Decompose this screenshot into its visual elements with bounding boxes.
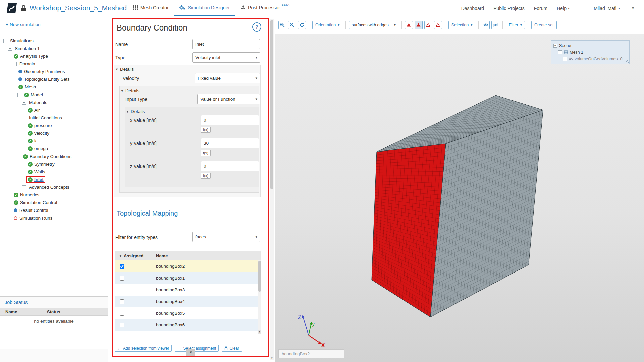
select-assignment-button[interactable]: → Select assignment [175,345,219,352]
mesh-quality-button-3[interactable] [424,21,432,29]
scene-tree-volume[interactable]: + volumeOnGeoVolumes_0 [553,56,627,62]
mesh-quality-button-1[interactable] [405,21,413,29]
tree-item-initial-conditions[interactable]: −Initial Conditions [0,114,108,122]
table-row-boundingbox1[interactable]: boundingBox1 [115,272,261,284]
user-menu[interactable]: Milad_Mafi ▾ [594,0,620,16]
collapse-icon[interactable]: − [22,101,26,105]
table-row-boundingbox2[interactable]: boundingBox2 [115,260,261,272]
tree-item-mesh[interactable]: ✓Mesh [0,83,108,91]
scrollbar-down-icon[interactable]: ▼ [270,357,274,360]
details-header-1[interactable]: ▼ Details [115,67,134,72]
assigned-checkbox[interactable] [120,264,124,269]
zoom-in-button[interactable] [278,21,286,29]
tree-item-simulation-1[interactable]: −Simulation 1 [0,45,108,52]
assigned-checkbox[interactable] [120,299,124,304]
resize-handle[interactable] [626,60,629,63]
show-button[interactable] [482,21,490,29]
details-header-2[interactable]: ▼ Details [121,88,139,93]
x-fx-button[interactable]: f(x) [201,127,211,133]
tree-item-k[interactable]: ✓k [0,137,108,145]
tree-item-topological-entity-sets[interactable]: Topological Entity Sets [0,75,108,83]
panel-scrollbar[interactable]: ▼ [270,19,274,360]
tree-item-symmetry[interactable]: ✓Symmetry [0,160,108,168]
collapse-icon[interactable]: − [22,116,26,120]
mesh-quality-button-4[interactable] [434,21,442,29]
tree-item-materials[interactable]: −Materials [0,99,108,106]
hide-button[interactable] [491,21,499,29]
tree-item-boundary-conditions[interactable]: ✓Boundary Conditions [0,153,108,160]
collapse-icon[interactable]: − [13,62,17,66]
expand-icon[interactable]: + [22,185,26,189]
y-fx-button[interactable]: f(x) [201,150,211,156]
z-value-input[interactable] [201,161,259,171]
panel-scrollbar-thumb[interactable] [270,20,273,189]
help-button[interactable]: ? [252,22,261,32]
assigned-checkbox[interactable] [120,311,124,316]
table-row[interactable] [115,331,261,334]
tab-simulation-designer[interactable]: Simulation Designer [174,0,235,16]
create-set-button[interactable]: Create set [531,21,557,29]
tree-item-walls[interactable]: ✓Walls [0,168,108,176]
collapse-icon[interactable]: − [553,44,557,48]
render-mode-select[interactable]: surfaces with edges ▾ [349,21,398,29]
nav-help[interactable]: Help ▾ [557,6,570,11]
tree-item-geometry-primitives[interactable]: Geometry Primitives [0,68,108,75]
selection-button[interactable]: Selection ▾ [448,21,475,29]
simscale-logo-icon[interactable] [6,3,17,14]
x-value-input[interactable] [201,115,259,125]
collapse-icon[interactable]: − [8,47,12,51]
nav-dashboard[interactable]: Dashboard [461,6,484,11]
details-header-3[interactable]: ▼ Details [126,109,145,114]
zoom-out-button[interactable] [288,21,296,29]
tab-post-processor[interactable]: Post-Processor BETA [235,0,296,16]
input-type-select[interactable]: Value or Function ▾ [197,94,260,104]
tree-item-simulations[interactable]: −Simulations [0,37,108,45]
tree-item-inlet[interactable]: ✓Inlet [0,176,108,183]
tree-item-numerics[interactable]: ✓Numerics [0,191,108,199]
new-simulation-button[interactable]: + New simulation [2,20,44,29]
table-row-boundingbox6[interactable]: boundingBox6 [115,319,261,331]
tree-item-simulation-control[interactable]: ✓Simulation Control [0,199,108,206]
tree-item-omega[interactable]: ✓omega [0,145,108,153]
tab-mesh-creator[interactable]: Mesh Creator [127,0,174,16]
name-input[interactable] [192,39,260,49]
tree-item-advanced-concepts[interactable]: +Advanced Concepts [0,183,108,191]
scroll-more-indicator[interactable]: ▾ [186,349,195,356]
tree-item-domain[interactable]: −Domain [0,60,108,68]
account-dropdown-icon[interactable]: ▾ [632,6,634,10]
velocity-select[interactable]: Fixed value ▾ [195,73,260,83]
tree-item-analysis-type[interactable]: ✓Analysis Type [0,52,108,60]
tree-item-model[interactable]: −✓Model [0,91,108,99]
collapse-icon[interactable]: − [17,93,21,97]
clear-button[interactable]: Clear [222,345,242,352]
viewport-3d[interactable]: ZyX − Scene − Mesh 1 + [275,34,644,362]
collapse-icon[interactable]: − [3,39,7,43]
nav-forum[interactable]: Forum [534,6,547,11]
table-row-boundingbox5[interactable]: boundingBox5 [115,307,261,319]
y-value-input[interactable] [201,138,259,148]
assigned-column-header[interactable]: ▼ Assigned [119,253,143,258]
name-column-header[interactable]: Name [156,253,168,258]
entity-filter-select[interactable]: faces ▾ [192,232,260,242]
add-selection-button[interactable]: ← Add selection from viewer [115,345,172,352]
collapse-icon[interactable]: − [558,50,562,54]
assigned-checkbox[interactable] [120,276,124,281]
table-scrollbar-thumb[interactable] [258,261,261,292]
mesh-quality-button-2[interactable] [415,21,423,29]
refresh-view-button[interactable] [298,21,306,29]
type-select[interactable]: Velocity inlet ▾ [192,52,260,63]
tree-item-result-control[interactable]: Result Control [0,206,108,214]
tree-item-velocity[interactable]: ✓velocity [0,129,108,137]
scene-tree-mesh[interactable]: − Mesh 1 [553,49,627,56]
scene-tree-root[interactable]: − Scene [553,42,627,49]
table-scrollbar[interactable]: ▼ [258,260,261,334]
tree-item-pressure[interactable]: ✓pressure [0,122,108,129]
tree-item-air[interactable]: ✓Air [0,106,108,114]
tree-item-simulation-runs[interactable]: Simulation Runs [0,214,108,222]
table-row-boundingbox3[interactable]: boundingBox3 [115,284,261,296]
nav-public-projects[interactable]: Public Projects [493,6,525,11]
z-fx-button[interactable]: f(x) [201,173,211,179]
assigned-checkbox[interactable] [120,288,124,292]
filter-button[interactable]: Filter ▾ [506,21,525,29]
table-scroll-down-icon[interactable]: ▼ [258,330,261,334]
